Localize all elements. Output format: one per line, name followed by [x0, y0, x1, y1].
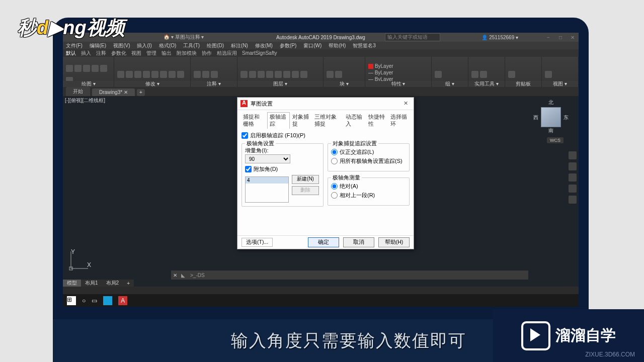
- layout-tabs: 模型 布局1 布局2 +: [63, 280, 134, 287]
- add-tab-button[interactable]: +: [137, 89, 145, 96]
- menu-file[interactable]: 文件(F): [66, 42, 83, 49]
- task-view-icon[interactable]: ▭: [92, 297, 97, 304]
- cortana-icon[interactable]: ○: [82, 297, 86, 304]
- showmotion-icon[interactable]: [569, 196, 577, 204]
- viewport-label[interactable]: [-][俯视][二维线框]: [65, 97, 105, 104]
- taskbar-app-1[interactable]: [103, 296, 112, 305]
- ucs-icon: YX: [66, 248, 91, 274]
- all-polar-radio[interactable]: [331, 158, 338, 164]
- taskbar-autocad-icon[interactable]: A: [118, 296, 127, 305]
- panel-props[interactable]: 特性 ▾: [365, 81, 431, 87]
- increment-label: 增量角(I):: [245, 147, 320, 154]
- tab-quick-props[interactable]: 快捷特性: [366, 112, 388, 129]
- options-button[interactable]: 选项(T)...: [242, 238, 273, 247]
- ribtab-output[interactable]: 输出: [162, 50, 172, 57]
- layout-2[interactable]: 布局2: [102, 280, 123, 287]
- panel-util[interactable]: 实用工具 ▾: [468, 81, 505, 87]
- menu-tools[interactable]: 工具(T): [183, 42, 200, 49]
- ribtab-home[interactable]: 默认: [66, 50, 76, 57]
- absolute-label: 绝对(A): [340, 183, 358, 190]
- maximize-button[interactable]: □: [554, 33, 567, 42]
- tab-3d-osnap[interactable]: 三维对象捕捉: [312, 112, 343, 129]
- additional-angles-list[interactable]: 4: [245, 176, 289, 203]
- layout-model[interactable]: 模型: [63, 280, 81, 287]
- panel-annotate[interactable]: 注释 ▾: [191, 81, 236, 87]
- play-icon: [521, 321, 550, 350]
- tab-drawing3[interactable]: Drawing3* ✕: [92, 88, 135, 96]
- ribtab-manage[interactable]: 管理: [146, 50, 156, 57]
- ortho-only-radio[interactable]: [331, 149, 338, 155]
- ortho-only-label: 仅正交追踪(L): [340, 148, 374, 156]
- command-line[interactable]: ✕ ◣ >_-DS: [171, 270, 528, 280]
- command-input[interactable]: >_-DS: [187, 273, 528, 278]
- tab-snap-grid[interactable]: 捕捉和栅格: [240, 112, 267, 129]
- signin-user[interactable]: 👤 251152669 ▾: [481, 35, 518, 40]
- menu-param[interactable]: 参数(P): [280, 42, 296, 49]
- delete-angle-button[interactable]: 删除: [292, 186, 319, 195]
- dialog-tabs: 捕捉和栅格 极轴追踪 对象捕捉 三维对象捕捉 动态输入 快捷特性 选择循环: [237, 110, 414, 129]
- close-button[interactable]: ✕: [567, 33, 579, 42]
- tab-polar-tracking[interactable]: 极轴追踪: [267, 112, 290, 129]
- increment-angle-select[interactable]: 90: [245, 154, 290, 163]
- zoom-icon[interactable]: [569, 173, 577, 182]
- nav-bar[interactable]: [569, 151, 577, 204]
- help-button[interactable]: 帮助(H): [378, 237, 410, 247]
- dialog-close-button[interactable]: ✕: [400, 99, 411, 109]
- cmdline-expand-icon[interactable]: ◣: [179, 273, 187, 278]
- layout-1[interactable]: 布局1: [81, 280, 102, 287]
- start-menu-icon[interactable]: ⊞: [67, 296, 76, 305]
- ribtab-smartsign[interactable]: SmartSignSafty: [242, 50, 277, 56]
- menu-edit[interactable]: 编辑(E): [90, 42, 106, 49]
- ribtab-collab[interactable]: 协作: [202, 50, 212, 57]
- cancel-button[interactable]: 取消: [343, 237, 374, 247]
- measure-group-title: 极轴角测量: [331, 174, 362, 182]
- orbit-icon[interactable]: [569, 185, 577, 193]
- tab-selection-cycling[interactable]: 选择循环: [388, 112, 411, 129]
- tab-start[interactable]: 开始: [66, 87, 90, 96]
- ribtab-addins[interactable]: 附加模块: [177, 50, 197, 57]
- nav-wheel-icon[interactable]: [569, 151, 577, 159]
- dialog-title: 草图设置: [251, 100, 400, 108]
- minimize-button[interactable]: −: [542, 33, 554, 42]
- new-angle-button[interactable]: 新建(N): [292, 175, 319, 184]
- ribbon-tabs: 默认 插入 注释 参数化 视图 管理 输出 附加模块 协作 精选应用 Smart…: [63, 49, 579, 57]
- search-box[interactable]: 输入关键字或短语: [385, 33, 440, 41]
- wcs-tag[interactable]: WCS: [547, 137, 564, 143]
- cmdline-close-icon[interactable]: ✕: [171, 273, 179, 278]
- panel-groups[interactable]: 组 ▾: [432, 81, 468, 87]
- menu-view[interactable]: 视图(V): [113, 42, 130, 49]
- additional-angles-checkbox[interactable]: [245, 166, 252, 172]
- brand-name: 溜溜自学: [555, 325, 616, 346]
- menu-draw[interactable]: 绘图(D): [207, 42, 224, 49]
- tab-osnap[interactable]: 对象捕捉: [290, 112, 312, 129]
- panel-modify[interactable]: 修改 ▾: [114, 81, 190, 87]
- menu-insert[interactable]: 插入(I): [137, 42, 151, 49]
- ribtab-parametric[interactable]: 参数化: [111, 50, 126, 57]
- panel-clipboard[interactable]: 剪贴板: [505, 81, 541, 87]
- ribtab-insert[interactable]: 插入: [81, 50, 91, 57]
- pan-icon[interactable]: [569, 162, 577, 170]
- panel-block[interactable]: 块 ▾: [324, 81, 364, 87]
- panel-view[interactable]: 视图 ▾: [542, 81, 578, 87]
- ribtab-annotate[interactable]: 注释: [96, 50, 106, 57]
- menu-help[interactable]: 帮助(H): [329, 42, 346, 49]
- ribtab-view[interactable]: 视图: [131, 50, 141, 57]
- enable-polar-checkbox[interactable]: [242, 132, 248, 139]
- relative-label: 相对上一段(R): [340, 192, 375, 199]
- app-icon: [240, 100, 248, 107]
- relative-radio[interactable]: [331, 192, 338, 199]
- tab-dynamic-input[interactable]: 动态输入: [343, 112, 366, 129]
- menu-dimension[interactable]: 标注(N): [231, 42, 248, 49]
- ok-button[interactable]: 确定: [308, 237, 339, 247]
- panel-layers[interactable]: 图层 ▾: [237, 81, 324, 87]
- absolute-radio[interactable]: [331, 183, 338, 190]
- panel-draw[interactable]: 绘图 ▾: [63, 81, 114, 87]
- angle-list-entry[interactable]: 4: [246, 177, 288, 184]
- layout-add[interactable]: +: [123, 281, 134, 286]
- menu-window[interactable]: 窗口(W): [303, 42, 321, 49]
- menu-smartsign[interactable]: 智慧签名3: [353, 42, 376, 49]
- menu-modify[interactable]: 修改(M): [255, 42, 273, 49]
- ribtab-featured[interactable]: 精选应用: [217, 50, 237, 57]
- viewcube[interactable]: 北南东西: [533, 99, 569, 134]
- menu-format[interactable]: 格式(O): [159, 42, 176, 49]
